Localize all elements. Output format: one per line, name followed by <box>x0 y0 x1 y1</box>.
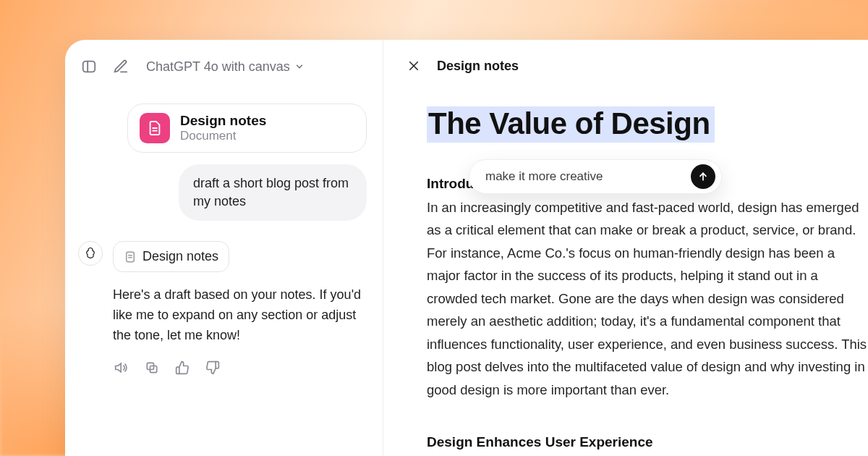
canvas-header: Design notes <box>383 56 868 76</box>
canvas-prompt-send-button[interactable] <box>691 164 715 189</box>
canvas-prompt-input[interactable] <box>485 169 684 184</box>
document-icon <box>140 113 170 143</box>
chat-body: Design notes Document draft a short blog… <box>78 77 370 376</box>
section-2-heading[interactable]: Design Enhances User Experience <box>427 434 868 450</box>
assistant-canvas-pill[interactable]: Design notes <box>113 241 229 272</box>
assistant-avatar-icon <box>78 241 103 266</box>
canvas-prompt-bubble <box>469 159 722 194</box>
chat-header: ChatGPT 4o with canvas <box>78 56 370 77</box>
thumbs-up-button[interactable] <box>174 359 191 376</box>
svg-marker-7 <box>116 363 122 372</box>
thumbs-down-button[interactable] <box>204 359 221 376</box>
feedback-row <box>113 359 370 376</box>
assistant-pill-label: Design notes <box>142 249 218 264</box>
svg-rect-0 <box>83 62 95 72</box>
arrow-up-icon <box>697 171 709 182</box>
attachment-title: Design notes <box>180 113 266 129</box>
read-aloud-button[interactable] <box>113 359 130 376</box>
canvas-document[interactable]: The Value of Design Introduction In an i… <box>383 76 868 456</box>
attachment-subtitle: Document <box>180 129 266 143</box>
section-1-body[interactable]: In an increasingly competitive and fast-… <box>427 196 868 401</box>
model-label: ChatGPT 4o with canvas <box>146 59 290 75</box>
attachment-card[interactable]: Design notes Document <box>127 104 367 153</box>
close-canvas-button[interactable] <box>404 56 424 76</box>
canvas-pane: Design notes The Value of Design Introdu… <box>383 40 868 456</box>
model-selector[interactable]: ChatGPT 4o with canvas <box>142 56 309 77</box>
sidebar-toggle-button[interactable] <box>78 56 100 77</box>
assistant-row: Design notes <box>78 241 370 272</box>
document-title[interactable]: The Value of Design <box>427 106 715 143</box>
document-mini-icon <box>124 250 137 263</box>
copy-button[interactable] <box>143 359 161 376</box>
chat-pane: ChatGPT 4o with canvas Design notes Docu… <box>65 40 383 456</box>
canvas-title: Design notes <box>437 59 519 74</box>
chevron-down-icon <box>294 62 305 72</box>
app-window: ChatGPT 4o with canvas Design notes Docu… <box>65 40 868 456</box>
user-message: draft a short blog post from my notes <box>179 164 367 221</box>
new-chat-button[interactable] <box>110 56 132 77</box>
assistant-message: Here's a draft based on your notes. If y… <box>113 285 370 346</box>
